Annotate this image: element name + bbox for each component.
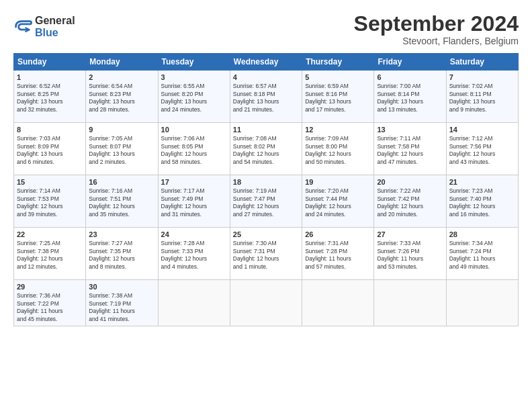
day-cell-22: 22 Sunrise: 7:25 AMSunset: 7:38 PMDaylig… xyxy=(14,228,86,280)
day-number: 21 xyxy=(449,178,515,186)
calendar-table: Sunday Monday Tuesday Wednesday Thursday… xyxy=(13,53,519,326)
day-cell-26: 26 Sunrise: 7:31 AMSunset: 7:28 PMDaylig… xyxy=(302,228,374,280)
header: General Blue September 2024 Stevoort, Fl… xyxy=(13,12,519,46)
day-cell-18: 18 Sunrise: 7:19 AMSunset: 7:47 PMDaylig… xyxy=(230,175,302,228)
day-cell-7: 7 Sunrise: 7:02 AMSunset: 8:11 PMDayligh… xyxy=(446,71,518,123)
day-number: 8 xyxy=(17,126,83,134)
day-cell-30: 30 Sunrise: 7:38 AMSunset: 7:19 PMDaylig… xyxy=(86,280,158,326)
day-number: 6 xyxy=(377,73,443,81)
table-row: 29 Sunrise: 7:36 AMSunset: 7:22 PMDaylig… xyxy=(14,280,519,326)
day-cell-9: 9 Sunrise: 7:05 AMSunset: 8:07 PMDayligh… xyxy=(86,123,158,175)
day-number: 13 xyxy=(377,126,443,134)
day-info: Sunrise: 7:14 AMSunset: 7:53 PMDaylight:… xyxy=(17,187,63,217)
day-cell-14: 14 Sunrise: 7:12 AMSunset: 7:56 PMDaylig… xyxy=(446,123,518,175)
day-info: Sunrise: 7:02 AMSunset: 8:11 PMDaylight:… xyxy=(449,83,496,112)
day-cell-27: 27 Sunrise: 7:33 AMSunset: 7:26 PMDaylig… xyxy=(374,228,446,280)
day-info: Sunrise: 7:25 AMSunset: 7:38 PMDaylight:… xyxy=(17,240,63,269)
day-cell-10: 10 Sunrise: 7:06 AMSunset: 8:05 PMDaylig… xyxy=(158,123,230,175)
day-number: 7 xyxy=(449,73,515,81)
day-info: Sunrise: 7:11 AMSunset: 7:58 PMDaylight:… xyxy=(377,135,423,165)
day-info: Sunrise: 7:23 AMSunset: 7:40 PMDaylight:… xyxy=(449,187,496,217)
day-number: 17 xyxy=(161,178,227,186)
day-number: 2 xyxy=(89,73,154,81)
logo-text: General Blue xyxy=(35,15,75,39)
day-info: Sunrise: 6:59 AMSunset: 8:16 PMDaylight:… xyxy=(305,83,351,112)
day-info: Sunrise: 7:06 AMSunset: 8:05 PMDaylight:… xyxy=(161,135,208,165)
day-info: Sunrise: 7:22 AMSunset: 7:42 PMDaylight:… xyxy=(377,187,423,217)
day-info: Sunrise: 7:05 AMSunset: 8:07 PMDaylight:… xyxy=(89,135,135,165)
day-number: 14 xyxy=(449,126,515,134)
day-number: 10 xyxy=(161,126,227,134)
col-sunday: Sunday xyxy=(14,54,86,71)
logo: General Blue xyxy=(13,15,75,39)
day-cell-19: 19 Sunrise: 7:20 AMSunset: 7:44 PMDaylig… xyxy=(302,175,374,228)
day-cell-24: 24 Sunrise: 7:28 AMSunset: 7:33 PMDaylig… xyxy=(158,228,230,280)
day-number: 27 xyxy=(377,230,443,238)
col-thursday: Thursday xyxy=(302,54,374,71)
day-number: 23 xyxy=(89,230,154,238)
col-monday: Monday xyxy=(86,54,158,71)
col-friday: Friday xyxy=(374,54,446,71)
day-cell-15: 15 Sunrise: 7:14 AMSunset: 7:53 PMDaylig… xyxy=(14,175,86,228)
day-info: Sunrise: 7:03 AMSunset: 8:09 PMDaylight:… xyxy=(17,135,63,165)
day-cell-29: 29 Sunrise: 7:36 AMSunset: 7:22 PMDaylig… xyxy=(14,280,86,326)
day-info: Sunrise: 7:38 AMSunset: 7:19 PMDaylight:… xyxy=(89,292,135,322)
empty-cell xyxy=(302,280,374,326)
day-cell-25: 25 Sunrise: 7:30 AMSunset: 7:31 PMDaylig… xyxy=(230,228,302,280)
month-title: September 2024 xyxy=(354,12,519,36)
day-cell-28: 28 Sunrise: 7:34 AMSunset: 7:24 PMDaylig… xyxy=(446,228,518,280)
col-tuesday: Tuesday xyxy=(158,54,230,71)
day-number: 30 xyxy=(89,283,154,291)
day-cell-6: 6 Sunrise: 7:00 AMSunset: 8:14 PMDayligh… xyxy=(374,71,446,123)
day-number: 22 xyxy=(17,230,83,238)
day-info: Sunrise: 7:00 AMSunset: 8:14 PMDaylight:… xyxy=(377,83,423,112)
table-row: 1 Sunrise: 6:52 AMSunset: 8:25 PMDayligh… xyxy=(14,71,519,123)
day-number: 15 xyxy=(17,178,83,186)
day-number: 26 xyxy=(305,230,371,238)
day-number: 9 xyxy=(89,126,154,134)
location-title: Stevoort, Flanders, Belgium xyxy=(354,36,519,46)
day-info: Sunrise: 6:55 AMSunset: 8:20 PMDaylight:… xyxy=(161,83,208,112)
day-info: Sunrise: 7:34 AMSunset: 7:24 PMDaylight:… xyxy=(449,240,496,269)
day-number: 16 xyxy=(89,178,154,186)
col-wednesday: Wednesday xyxy=(230,54,302,71)
empty-cell xyxy=(158,280,230,326)
day-info: Sunrise: 7:19 AMSunset: 7:47 PMDaylight:… xyxy=(233,187,279,217)
empty-cell xyxy=(230,280,302,326)
day-number: 18 xyxy=(233,178,299,186)
day-number: 5 xyxy=(305,73,371,81)
day-cell-13: 13 Sunrise: 7:11 AMSunset: 7:58 PMDaylig… xyxy=(374,123,446,175)
table-row: 15 Sunrise: 7:14 AMSunset: 7:53 PMDaylig… xyxy=(14,175,519,228)
day-number: 1 xyxy=(17,73,83,81)
empty-cell xyxy=(374,280,446,326)
day-info: Sunrise: 7:17 AMSunset: 7:49 PMDaylight:… xyxy=(161,187,208,217)
day-info: Sunrise: 7:28 AMSunset: 7:33 PMDaylight:… xyxy=(161,240,208,269)
table-row: 8 Sunrise: 7:03 AMSunset: 8:09 PMDayligh… xyxy=(14,123,519,175)
day-number: 12 xyxy=(305,126,371,134)
day-number: 11 xyxy=(233,126,299,134)
day-cell-2: 2 Sunrise: 6:54 AMSunset: 8:23 PMDayligh… xyxy=(86,71,158,123)
day-info: Sunrise: 7:30 AMSunset: 7:31 PMDaylight:… xyxy=(233,240,279,269)
day-cell-12: 12 Sunrise: 7:09 AMSunset: 8:00 PMDaylig… xyxy=(302,123,374,175)
header-row: Sunday Monday Tuesday Wednesday Thursday… xyxy=(14,54,519,71)
day-info: Sunrise: 6:54 AMSunset: 8:23 PMDaylight:… xyxy=(89,83,135,112)
day-cell-8: 8 Sunrise: 7:03 AMSunset: 8:09 PMDayligh… xyxy=(14,123,86,175)
day-cell-20: 20 Sunrise: 7:22 AMSunset: 7:42 PMDaylig… xyxy=(374,175,446,228)
day-cell-4: 4 Sunrise: 6:57 AMSunset: 8:18 PMDayligh… xyxy=(230,71,302,123)
day-info: Sunrise: 6:52 AMSunset: 8:25 PMDaylight:… xyxy=(17,83,63,112)
day-cell-16: 16 Sunrise: 7:16 AMSunset: 7:51 PMDaylig… xyxy=(86,175,158,228)
page: General Blue September 2024 Stevoort, Fl… xyxy=(0,0,532,411)
logo-icon xyxy=(13,17,32,36)
day-info: Sunrise: 6:57 AMSunset: 8:18 PMDaylight:… xyxy=(233,83,279,112)
day-cell-23: 23 Sunrise: 7:27 AMSunset: 7:35 PMDaylig… xyxy=(86,228,158,280)
day-cell-1: 1 Sunrise: 6:52 AMSunset: 8:25 PMDayligh… xyxy=(14,71,86,123)
day-cell-11: 11 Sunrise: 7:08 AMSunset: 8:02 PMDaylig… xyxy=(230,123,302,175)
day-number: 29 xyxy=(17,283,83,291)
empty-cell xyxy=(446,280,518,326)
day-info: Sunrise: 7:33 AMSunset: 7:26 PMDaylight:… xyxy=(377,240,423,269)
day-cell-17: 17 Sunrise: 7:17 AMSunset: 7:49 PMDaylig… xyxy=(158,175,230,228)
day-info: Sunrise: 7:08 AMSunset: 8:02 PMDaylight:… xyxy=(233,135,279,165)
day-number: 3 xyxy=(161,73,227,81)
table-row: 22 Sunrise: 7:25 AMSunset: 7:38 PMDaylig… xyxy=(14,228,519,280)
day-number: 28 xyxy=(449,230,515,238)
